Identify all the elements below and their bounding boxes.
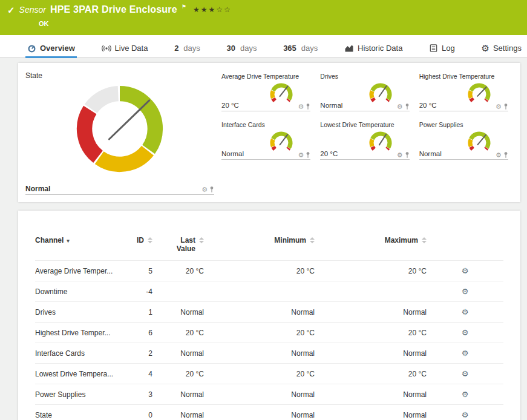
channel-name[interactable]: Lowest Drive Tempera... [35, 364, 120, 384]
channel-minimum: Normal [204, 343, 315, 364]
channel-last-value: Normal [152, 302, 204, 323]
sort-icon[interactable] [422, 236, 427, 243]
pin-icon[interactable] [209, 186, 214, 193]
pin-icon[interactable] [503, 151, 508, 159]
channel-minimum: 20 °C [204, 364, 315, 384]
channel-settings-icon[interactable]: ⚙ [462, 410, 469, 419]
sort-icon[interactable] [199, 236, 204, 243]
table-row[interactable]: Downtime -4 ⚙ [35, 281, 503, 302]
tab-log[interactable]: Log [427, 40, 457, 58]
tab-365-days[interactable]: 365 days [281, 40, 319, 58]
tab-label: 2 [174, 44, 178, 53]
gear-icon[interactable]: ⚙ [397, 103, 403, 110]
status-check-icon: ✓ [7, 5, 15, 15]
channel-last-value: Normal [152, 405, 204, 420]
channels-panel: Channel▾ ID Last Value Minimum Maximum [18, 211, 520, 420]
channel-name[interactable]: Power Supplies [35, 384, 120, 405]
mini-gauge-title: Average Drive Temperature [221, 73, 310, 80]
gauge-drives: Drives Normal ⚙ [320, 73, 409, 111]
table-row[interactable]: Average Drive Temper... 5 20 °C 20 °C 20… [35, 261, 503, 281]
tab-settings[interactable]: ⚙ Settings [480, 40, 523, 58]
table-row[interactable]: Drives 1 Normal Normal Normal ⚙ [35, 302, 503, 323]
gear-icon[interactable]: ⚙ [397, 152, 403, 159]
tab-30-days[interactable]: 30 days [225, 40, 259, 58]
col-id[interactable]: ID [120, 235, 152, 261]
gear-icon[interactable]: ⚙ [496, 103, 502, 110]
channel-settings-icon[interactable]: ⚙ [462, 287, 469, 296]
pin-icon[interactable] [405, 103, 410, 110]
mini-gauge [267, 129, 296, 156]
mini-gauge [465, 80, 494, 107]
mini-gauge-value: Normal [221, 150, 244, 157]
tab-historic-data[interactable]: Historic Data [342, 40, 404, 58]
tab-live-data[interactable]: Live Data [100, 40, 150, 58]
channel-settings-icon[interactable]: ⚙ [462, 369, 469, 378]
channel-settings-icon[interactable]: ⚙ [462, 349, 469, 358]
channel-last-value: 20 °C [152, 261, 204, 281]
flag-icon[interactable]: ⚑ [182, 4, 186, 10]
channel-settings-icon[interactable]: ⚙ [462, 328, 469, 337]
channel-name[interactable]: Drives [35, 302, 120, 323]
gauge-power-supplies: Power Supplies Normal ⚙ [419, 121, 508, 160]
sort-icon[interactable] [310, 236, 315, 243]
channel-settings-icon[interactable]: ⚙ [462, 266, 469, 275]
mini-gauge [267, 80, 296, 107]
object-kind-label: Sensor [19, 5, 46, 15]
col-channel[interactable]: Channel▾ [35, 235, 120, 261]
channel-maximum: Normal [315, 405, 427, 420]
channel-name[interactable]: Interface Cards [35, 343, 120, 364]
live-data-icon [102, 44, 111, 53]
channel-name[interactable]: Downtime [35, 281, 120, 302]
sensor-header: ✓ Sensor HPE 3PAR Drive Enclosure ⚑ ★★★☆… [0, 0, 527, 35]
channel-id: 2 [120, 343, 152, 364]
col-minimum[interactable]: Minimum [204, 235, 315, 261]
table-row[interactable]: Highest Drive Temper... 6 20 °C 20 °C 20… [35, 323, 503, 343]
pin-icon[interactable] [306, 103, 310, 110]
gear-icon[interactable]: ⚙ [298, 103, 304, 110]
channel-minimum: 20 °C [204, 261, 315, 281]
gear-icon[interactable]: ⚙ [201, 186, 208, 193]
col-maximum[interactable]: Maximum [315, 235, 427, 261]
table-row[interactable]: State 0 Normal Normal Normal ⚙ [35, 405, 503, 420]
mini-gauge-title: Lowest Drive Temperature [320, 121, 409, 128]
state-gauge-block: State Normal ⚙ [25, 71, 214, 195]
priority-stars[interactable]: ★★★☆☆ [193, 5, 232, 14]
gear-icon[interactable]: ⚙ [298, 152, 304, 159]
channel-name[interactable]: Average Drive Temper... [35, 261, 120, 281]
channel-settings-icon[interactable]: ⚙ [462, 390, 469, 399]
gear-icon[interactable]: ⚙ [496, 152, 502, 159]
historic-data-icon [344, 44, 354, 53]
channel-minimum: Normal [204, 302, 315, 323]
channel-maximum: 20 °C [315, 364, 427, 384]
pin-icon[interactable] [503, 103, 508, 110]
mini-gauge-title: Interface Cards [221, 121, 310, 128]
tab-overview[interactable]: Overview [25, 40, 77, 58]
channel-last-value: 20 °C [152, 364, 204, 384]
sort-icon[interactable] [148, 236, 152, 243]
table-row[interactable]: Power Supplies 3 Normal Normal Normal ⚙ [35, 384, 503, 405]
mini-gauge-value: 20 °C [320, 150, 338, 157]
channel-name[interactable]: State [35, 405, 120, 420]
tab-2-days[interactable]: 2 days [172, 40, 202, 58]
table-row[interactable]: Interface Cards 2 Normal Normal Normal ⚙ [35, 343, 503, 364]
channel-name[interactable]: Highest Drive Temper... [35, 323, 120, 343]
tab-label-unit: days [240, 44, 257, 53]
mini-gauge-value: Normal [419, 150, 442, 157]
gauge-highest-drive-temperature: Highest Drive Temperature 20 °C ⚙ [419, 73, 508, 111]
channel-id: 3 [120, 384, 152, 405]
status-badge: OK [39, 20, 49, 27]
mini-gauge [366, 129, 395, 156]
tab-label: 365 [283, 44, 296, 53]
pin-icon[interactable] [405, 151, 410, 159]
pin-icon[interactable] [306, 151, 310, 159]
col-last-value[interactable]: Last Value [152, 235, 204, 261]
mini-gauge-title: Drives [320, 73, 409, 80]
tab-label-unit: days [183, 44, 200, 53]
tab-label: Overview [40, 44, 75, 53]
channel-settings-icon[interactable]: ⚙ [462, 307, 469, 317]
table-row[interactable]: Lowest Drive Tempera... 4 20 °C 20 °C 20… [35, 364, 503, 384]
mini-gauge-value: 20 °C [221, 102, 239, 109]
channel-id: 1 [120, 302, 152, 323]
gauge-lowest-drive-temperature: Lowest Drive Temperature 20 °C ⚙ [320, 121, 409, 160]
tab-bar: Overview Live Data 2 days 30 days 365 da… [0, 35, 527, 58]
